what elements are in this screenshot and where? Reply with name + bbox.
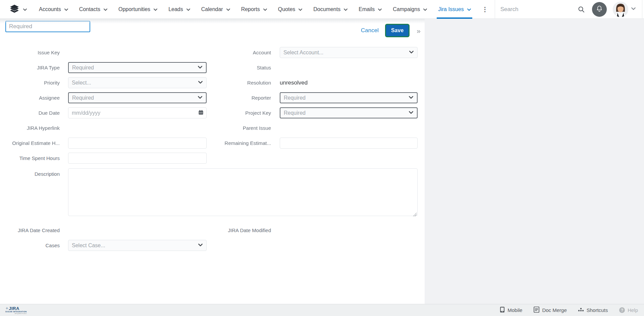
nav-item-accounts[interactable]: Accounts [39,0,68,19]
help-link[interactable]: ? Help [619,307,638,313]
app-logo-icon [10,5,19,14]
priority-select[interactable]: Select... [68,77,207,88]
chevron-down-icon [298,7,302,11]
chevron-down-icon [64,7,68,11]
assignee-label: Assignee [0,95,60,101]
nav-item-documents[interactable]: Documents [313,0,347,19]
record-name-input[interactable] [5,21,90,32]
right-empty-area [425,19,644,304]
nav-item-label: Accounts [39,6,61,12]
jira-integration-logo[interactable]: ✧ JIRA SUGAR INTEGRATION A FayeBSG Produ… [5,306,27,314]
notifications-button[interactable] [592,2,607,17]
nav-item-label: Jira Issues [438,6,464,12]
issue-key-label: Issue Key [0,50,60,55]
resolution-label: Resolution [207,80,271,86]
chevron-down-icon [409,49,414,56]
jira-date-created-label: JIRA Date Created [0,227,60,233]
chevron-down-icon [23,7,27,11]
nav-item-label: Documents [313,6,340,12]
document-icon [534,307,539,314]
chevron-down-icon [378,7,382,11]
shortcuts-label: Shortcuts [587,307,608,313]
form-row: JIRA Date Created JIRA Date Modified [0,223,425,238]
chevron-down-icon [409,95,414,101]
chevron-down-icon [198,80,203,86]
nav-item-campaigns[interactable]: Campaigns [393,0,427,19]
cases-select[interactable]: Select Case... [68,240,207,251]
nav-item-opportunities[interactable]: Opportunities [118,0,157,19]
project-key-select-placeholder: Required [284,110,306,116]
form-row: Due Date Project Key Required [0,105,425,120]
more-actions-chevrons-icon[interactable]: » [416,27,421,34]
app-logo-menu[interactable] [10,5,27,14]
due-date-input[interactable] [68,107,207,118]
form-row: JIRA Hyperlink Parent Issue [0,120,425,136]
record-form: Issue Key Account Select Account... JIRA… [0,38,425,253]
doc-merge-link[interactable]: Doc Merge [534,307,567,314]
mobile-label: Mobile [507,307,522,313]
reporter-select-placeholder: Required [284,95,306,101]
shortcuts-link[interactable]: Shortcuts [578,307,608,313]
footer-links: Mobile Doc Merge Shortcuts ? Help [500,307,638,314]
remaining-estimate-input[interactable] [280,138,418,149]
description-textarea[interactable] [68,168,418,216]
cancel-button[interactable]: Cancel [361,27,379,34]
quick-create-plus-icon[interactable]: + [642,4,644,14]
search-icon[interactable] [578,6,585,13]
chevron-down-icon [198,242,203,249]
project-key-select[interactable]: Required [280,107,418,118]
chevron-down-icon [343,7,347,11]
account-label: Account [207,50,271,55]
original-estimate-input[interactable] [68,138,207,149]
account-select[interactable]: Select Account... [280,47,418,58]
record-actions: Cancel Save » [361,25,421,36]
doc-merge-label: Doc Merge [542,307,567,313]
chevron-down-icon [198,95,203,101]
cases-select-placeholder: Select Case... [72,243,105,249]
form-row: Issue Key Account Select Account... [0,45,425,60]
user-menu-chevron-icon[interactable] [631,6,636,12]
reporter-select[interactable]: Required [280,92,418,103]
user-avatar[interactable] [613,2,628,17]
top-navigation-bar: Accounts Contacts Opportunities Leads Ca… [0,0,644,19]
search-input[interactable] [500,6,568,13]
nav-item-label: Emails [359,6,375,12]
remaining-estimate-label: Remaining Estimat... [207,140,271,146]
help-icon: ? [619,307,625,313]
parent-issue-label: Parent Issue [207,125,271,131]
chevron-down-icon [423,7,427,11]
nav-item-contacts[interactable]: Contacts [79,0,107,19]
nav-item-quotes[interactable]: Quotes [278,0,303,19]
original-estimate-label: Original Estimate H... [0,140,60,146]
account-select-placeholder: Select Account... [283,50,323,56]
form-row: Original Estimate H... Remaining Estimat… [0,136,425,151]
jira-type-select[interactable]: Required [68,62,207,73]
assignee-select[interactable]: Required [68,92,207,103]
nav-item-label: Calendar [201,6,223,12]
more-modules-kebab-icon[interactable]: ⋮ [482,6,488,12]
record-create-panel: Cancel Save » Issue Key Account Select A… [0,19,425,304]
nav-item-emails[interactable]: Emails [359,0,382,19]
form-row: JIRA Type Required Status [0,60,425,75]
nav-item-leads[interactable]: Leads [168,0,190,19]
nav-item-jira-issues-active[interactable]: Jira Issues [438,0,471,19]
record-header: Cancel Save » [0,19,425,38]
header-right-group: + [495,0,644,19]
assignee-select-placeholder: Required [72,95,94,101]
nav-item-label: Contacts [79,6,100,12]
nav-item-calendar[interactable]: Calendar [201,0,230,19]
chevron-down-icon [198,64,203,71]
jira-hyperlink-label: JIRA Hyperlink [0,125,60,131]
jira-logo-subtitle: SUGAR INTEGRATION [5,311,27,313]
help-label: Help [628,307,638,313]
time-spent-hours-input[interactable] [68,153,207,164]
nav-item-reports[interactable]: Reports [241,0,267,19]
save-button[interactable]: Save [386,25,409,36]
resolution-value: unresolved [280,80,308,86]
mobile-link[interactable]: Mobile [500,307,522,314]
global-search [495,0,578,19]
form-row: Priority Select... Resolution unresolved [0,75,425,90]
form-row: Time Spent Hours [0,151,425,166]
jira-type-select-placeholder: Required [72,65,94,71]
jira-logo-tagline: A FayeBSG Product [15,313,27,314]
